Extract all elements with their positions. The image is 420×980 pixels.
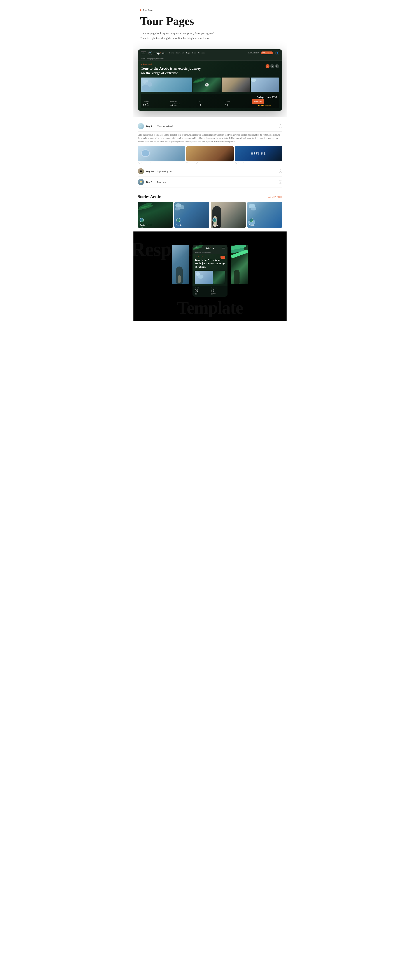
day-24-label: Day 2-4	[146, 170, 157, 173]
gallery-prev[interactable]: ◀	[266, 64, 269, 68]
hamburger-menu-icon[interactable]	[222, 247, 225, 250]
day-1-label: Day 1	[146, 125, 157, 127]
breadcrumb-dot	[140, 10, 141, 11]
booking-bar: Check in 09 May 2019 Check Out 12 Septem…	[141, 94, 279, 108]
currency-selector[interactable]: USD	[141, 51, 146, 54]
gallery-image-4[interactable]	[251, 78, 279, 92]
mobile-demo-wrapper: 🔍 trip in Home / Tour page Left Sidebar …	[138, 240, 282, 297]
photo-3-caption: Signature under video	[235, 162, 282, 164]
hero-section: Northern pole Tour to the Arctic is an e…	[138, 60, 282, 111]
mobile-breadcrumb: Home / Tour page Left Sidebar	[192, 251, 228, 254]
stories-title: Stories Arctic	[138, 194, 160, 199]
side-image-right	[231, 245, 248, 284]
mobile-hero: Northern pole 🔖 Tour to the Arctic is an…	[192, 254, 228, 286]
hero-gallery: ▶	[141, 78, 279, 92]
story-card-2[interactable]: Arctic	[174, 202, 209, 228]
day-photos: Signature under photo Signature under ph…	[138, 146, 282, 164]
gallery-image-2[interactable]: ▶	[193, 78, 221, 92]
adults-field[interactable]: Adult + 3	[198, 101, 222, 107]
mobile-gallery	[195, 270, 225, 284]
reviews-stars: ★★★★★ 5 reviews	[252, 105, 277, 107]
photo-2-caption: Signature under photo	[186, 162, 234, 164]
user-icon[interactable]: 👤	[275, 51, 279, 55]
hero-tag: Northern pole	[141, 63, 279, 65]
mobile-check-in[interactable]: Check In 09 May 2019	[195, 287, 209, 295]
mobile-gallery-img-1	[195, 270, 212, 284]
mobile-hero-tag: Northern pole	[195, 256, 203, 258]
logo-dot	[160, 52, 162, 53]
mobile-booking: Check In 09 May 2019 Check Out 12 Septem…	[192, 286, 228, 297]
story-globe-4	[249, 218, 253, 222]
story-card-3[interactable]: Arctic	[211, 202, 246, 228]
mobile-bookmark[interactable]: 🔖	[220, 256, 225, 259]
stories-grid: Arctic Amazing underwater world Arctic A…	[138, 202, 282, 228]
book-now-button[interactable]: Book now	[252, 99, 264, 104]
day-5-activity: Free time	[157, 181, 279, 183]
nav-links: Home Travel list Page Blog Contacts	[169, 52, 244, 54]
logo: trip in	[154, 51, 165, 55]
check-out-field[interactable]: Check Out 12 September 2019	[170, 101, 195, 107]
day-5-label: Day 5	[146, 181, 157, 183]
play-button[interactable]: ▶	[205, 83, 209, 86]
demo-breadcrumb: Home / Tour page /right Sidebar	[138, 57, 282, 60]
story-globe-3	[212, 218, 217, 222]
responsive-section: Responsive 🔍 trip in	[133, 231, 287, 321]
stories-section: Stories Arctic All Story Arctic Arctic A…	[133, 191, 287, 231]
all-stories-link[interactable]: All Story Arctic	[268, 196, 282, 198]
gallery-image-1[interactable]	[141, 78, 192, 92]
day-24-activity: Sightseeing tour	[157, 170, 279, 173]
gallery-next-2[interactable]: ▶	[275, 64, 279, 68]
day-photo-3: HOTEL	[235, 146, 282, 161]
day-photo-2	[186, 146, 234, 161]
day-24-toggle[interactable]: +	[279, 170, 282, 173]
search-icon[interactable]: 🔍	[148, 51, 152, 55]
tour-demo-desktop: USD 🔍 trip in Home Travel list Page Blog…	[138, 49, 282, 111]
phone-number: + 1909 202 0119	[247, 52, 258, 54]
gallery-nav: ◀ ◀ ▶	[266, 64, 279, 68]
page-header: Tour Pages Tour Pages The tour page look…	[133, 0, 287, 47]
nav-page[interactable]: Page	[186, 52, 190, 54]
day-1-activity: Transfer to hotel	[157, 125, 279, 127]
price-display: 5 days | from $356	[252, 96, 277, 99]
itinerary-section: ✈ Day 1 Transfer to hotel − But I must e…	[133, 118, 287, 191]
story-label-3: Arctic	[212, 224, 218, 226]
day-1-toggle[interactable]: −	[279, 124, 282, 128]
nav-home[interactable]: Home	[169, 52, 174, 54]
mobile-hero-title: Tour to the Arctic is an exotic journey …	[195, 259, 225, 269]
story-globe-1	[139, 218, 144, 222]
story-sublabel-1: Amazing underwater world	[139, 224, 153, 228]
mobile-check-out[interactable]: Check Out 12 September 2019	[211, 287, 225, 295]
page-description: The tour page looks quite unique and tem…	[140, 31, 219, 40]
day-1-description: But I must explain to you how all this m…	[138, 134, 282, 143]
mobile-booking-row: Check In 09 May 2019 Check Out 12 Septem…	[195, 287, 225, 295]
mobile-phone-mockup: 🔍 trip in Home / Tour page Left Sidebar …	[192, 245, 228, 297]
gallery-next-1[interactable]: ◀	[270, 64, 274, 68]
itinerary-day-5: 🌅 Day 5 Free time +	[138, 177, 282, 188]
children-field[interactable]: Children + 0	[225, 101, 250, 107]
page-title: Tour Pages	[140, 15, 280, 27]
story-label-4: Arctic	[249, 224, 255, 226]
story-card-4[interactable]: Arctic	[247, 202, 282, 228]
day-1-icon: ✈	[138, 123, 144, 129]
check-in-field[interactable]: Check in 09 May 2019	[143, 101, 168, 107]
day-5-toggle[interactable]: +	[279, 180, 282, 184]
gallery-image-3[interactable]	[222, 78, 250, 92]
story-label-2: Arctic	[176, 224, 182, 226]
mobile-logo-dot	[211, 247, 211, 248]
stories-header: Stories Arctic All Story Arctic	[138, 194, 282, 199]
nav-travel[interactable]: Travel list	[176, 52, 184, 54]
itinerary-day-2: 🏔 Day 2-4 Sightseeing tour +	[138, 166, 282, 177]
story-globe-2	[176, 218, 181, 222]
photo-1-caption: Signature under photo	[138, 162, 185, 164]
day-photo-1	[138, 146, 185, 161]
bg-text-bottom: Template	[138, 297, 282, 321]
mobile-gallery-img-2	[213, 270, 225, 284]
side-image-left	[172, 245, 189, 284]
favourites-badge[interactable]: 14 Favourites	[261, 51, 273, 54]
story-card-1[interactable]: Arctic Amazing underwater world	[138, 202, 173, 228]
demo-navbar: USD 🔍 trip in Home Travel list Page Blog…	[138, 49, 282, 57]
hero-title: Tour to the Arctic is an exotic journey …	[141, 66, 202, 76]
nav-blog[interactable]: Blog	[192, 52, 196, 54]
nav-contacts[interactable]: Contacts	[198, 52, 205, 54]
mobile-logo: trip in	[206, 247, 214, 249]
